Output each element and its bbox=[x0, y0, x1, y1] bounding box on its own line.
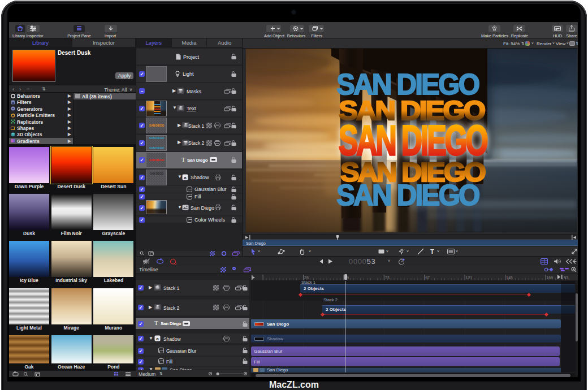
svg-text:93: 93 bbox=[564, 275, 568, 280]
svg-text:a: a bbox=[156, 336, 159, 341]
svg-text:a: a bbox=[184, 175, 187, 180]
svg-text:73: 73 bbox=[385, 276, 390, 280]
